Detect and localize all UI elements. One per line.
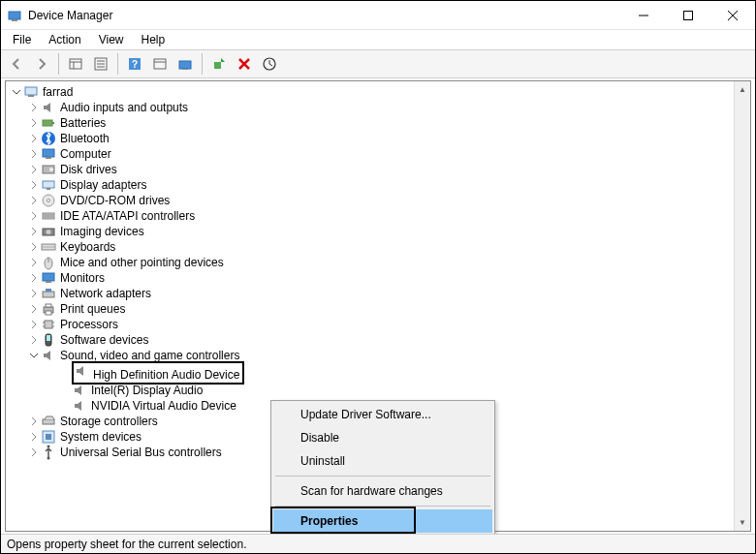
tree-root[interactable]: farrad: [6, 84, 746, 100]
expand-icon[interactable]: [27, 225, 41, 238]
tree-item[interactable]: Network adapters: [6, 286, 746, 301]
expand-icon[interactable]: [27, 209, 41, 223]
device-category-icon: [41, 348, 56, 363]
expand-icon[interactable]: [27, 240, 41, 254]
tree-item-label: Computer: [60, 146, 111, 162]
expand-icon[interactable]: [27, 116, 41, 130]
svg-rect-0: [9, 12, 20, 19]
expand-icon[interactable]: [27, 333, 41, 347]
expand-icon[interactable]: [27, 302, 41, 316]
tree-child-item[interactable]: Intel(R) Display Audio: [6, 383, 746, 398]
expand-icon[interactable]: [27, 194, 41, 207]
tree-item[interactable]: Keyboards: [6, 239, 746, 255]
expand-icon[interactable]: [27, 446, 41, 459]
expand-icon[interactable]: [27, 101, 41, 114]
tree-item-label: System devices: [60, 429, 142, 445]
scroll-up-icon[interactable]: ▲: [735, 81, 750, 98]
menu-bar: File Action View Help: [1, 30, 755, 49]
ctx-update-driver[interactable]: Update Driver Software...: [273, 403, 492, 426]
tree-item[interactable]: Processors: [6, 317, 746, 332]
close-button[interactable]: [710, 1, 755, 30]
show-hide-console-button[interactable]: [64, 52, 87, 76]
expand-spacer: [58, 384, 72, 397]
properties-toolbar-button[interactable]: [89, 52, 112, 76]
toolbar-separator: [202, 53, 203, 75]
expand-icon[interactable]: [27, 256, 41, 269]
expand-icon[interactable]: [27, 430, 41, 444]
device-category-icon: [41, 445, 56, 460]
menu-file[interactable]: File: [5, 31, 39, 48]
device-category-icon: [41, 193, 56, 208]
tree-child-item[interactable]: High Definition Audio Device: [6, 363, 746, 383]
collapse-icon[interactable]: [10, 85, 23, 99]
svg-rect-17: [179, 61, 191, 69]
tree-item[interactable]: Audio inputs and outputs: [6, 100, 746, 115]
ctx-uninstall[interactable]: Uninstall: [273, 449, 492, 473]
tree-item[interactable]: Bluetooth: [6, 131, 746, 146]
forward-button[interactable]: [30, 52, 53, 76]
scan-hardware-toolbar-button[interactable]: [148, 52, 172, 76]
svg-rect-45: [46, 281, 51, 283]
svg-rect-60: [46, 434, 51, 440]
uninstall-device-button[interactable]: [233, 52, 256, 76]
tree-item-label: Display adapters: [60, 177, 146, 193]
ctx-properties[interactable]: Properties: [273, 509, 492, 533]
expand-icon[interactable]: [27, 147, 41, 161]
ctx-disable[interactable]: Disable: [273, 426, 492, 449]
expand-icon[interactable]: [27, 178, 41, 192]
scan-changes-button[interactable]: [258, 52, 281, 76]
tree-item[interactable]: Print queues: [6, 301, 746, 317]
device-category-icon: [41, 301, 56, 317]
svg-rect-27: [46, 157, 51, 159]
svg-point-61: [47, 457, 50, 460]
enable-device-button[interactable]: [207, 52, 231, 76]
tree-item-label: Disk drives: [60, 162, 117, 177]
ctx-scan-hardware[interactable]: Scan for hardware changes: [273, 479, 492, 503]
scroll-down-icon[interactable]: ▼: [735, 514, 750, 531]
svg-text:?: ?: [132, 59, 138, 70]
vertical-scrollbar[interactable]: ▲ ▼: [734, 81, 750, 531]
menu-help[interactable]: Help: [134, 31, 173, 48]
svg-rect-51: [45, 321, 52, 328]
menu-action[interactable]: Action: [41, 31, 88, 48]
device-category-icon: [41, 177, 56, 193]
tree-item[interactable]: Software devices: [6, 332, 746, 348]
svg-point-33: [47, 200, 50, 202]
minimize-button[interactable]: [621, 1, 666, 30]
help-button[interactable]: ?: [123, 52, 146, 76]
tree-item[interactable]: Monitors: [6, 270, 746, 286]
menu-view[interactable]: View: [91, 31, 132, 48]
expand-icon[interactable]: [27, 287, 41, 300]
device-category-icon: [41, 332, 56, 348]
expand-icon[interactable]: [27, 271, 41, 285]
tree-item[interactable]: Mice and other pointing devices: [6, 255, 746, 270]
tree-item[interactable]: Display adapters: [6, 177, 746, 193]
update-driver-toolbar-button[interactable]: [173, 52, 197, 76]
expand-icon[interactable]: [27, 415, 41, 428]
svg-rect-47: [46, 289, 51, 292]
expand-icon[interactable]: [27, 163, 41, 176]
tree-item[interactable]: Disk drives: [6, 162, 746, 177]
ctx-separator: [275, 476, 490, 477]
tree-item-label: Software devices: [60, 332, 148, 348]
expand-icon[interactable]: [27, 132, 41, 145]
tree-item-label: Mice and other pointing devices: [60, 255, 224, 270]
device-category-icon: [41, 270, 56, 286]
tree-item[interactable]: Batteries: [6, 115, 746, 131]
svg-rect-3: [684, 11, 693, 19]
tree-item-label: Keyboards: [60, 239, 115, 255]
expand-icon[interactable]: [27, 318, 41, 331]
svg-rect-30: [43, 181, 54, 188]
audio-device-icon: [72, 398, 87, 414]
tree-item[interactable]: Computer: [6, 146, 746, 162]
status-text: Opens property sheet for the current sel…: [7, 538, 246, 551]
tree-item[interactable]: IDE ATA/ATAPI controllers: [6, 208, 746, 224]
audio-device-icon: [74, 363, 89, 379]
tree-item-label: DVD/CD-ROM drives: [60, 193, 170, 208]
back-button[interactable]: [5, 52, 28, 76]
maximize-button[interactable]: [666, 1, 710, 30]
expand-icon[interactable]: [27, 349, 41, 362]
tree-item[interactable]: DVD/CD-ROM drives: [6, 193, 746, 208]
toolbar: ?: [1, 49, 755, 78]
tree-item[interactable]: Imaging devices: [6, 224, 746, 239]
